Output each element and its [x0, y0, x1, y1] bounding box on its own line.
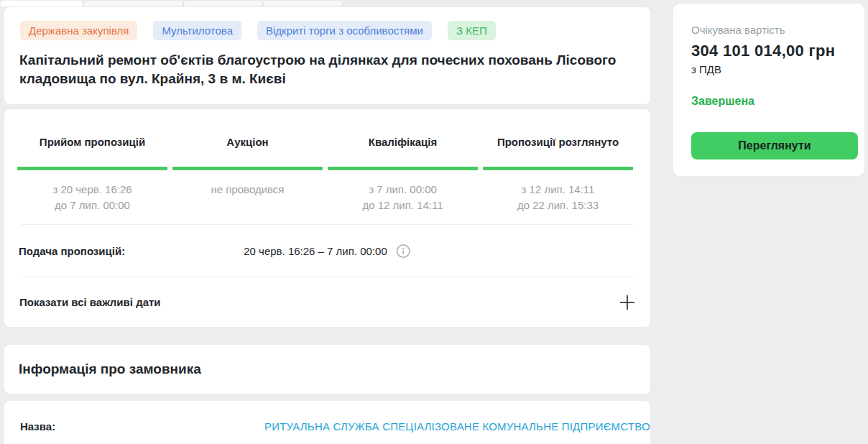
submission-label: Подача пропозицій: [19, 245, 125, 257]
stage-progress-bar [17, 167, 167, 170]
buyer-name-link[interactable]: РИТУАЛЬНА СЛУЖБА СПЕЦІАЛІЗОВАНЕ КОМУНАЛЬ… [264, 420, 650, 444]
expected-value-label: Очікувана вартість [691, 24, 785, 36]
stage-progress-bar [172, 167, 323, 170]
stage-label: Кваліфікація [328, 135, 478, 149]
buyer-info-card: Інформація про замовника [4, 345, 650, 394]
expected-value-amount: 304 101 014,00 грн [691, 42, 835, 60]
badge-kep: З КЕП [448, 21, 496, 40]
buyer-name-card: Назва: РИТУАЛЬНА СЛУЖБА СПЕЦІАЛІЗОВАНЕ К… [4, 401, 650, 444]
tab-stub[interactable] [263, 0, 343, 7]
tab-stub[interactable] [83, 0, 183, 7]
stage-progress-bar [483, 167, 633, 170]
tab-stub[interactable] [183, 0, 263, 7]
badge-multilot: Мультилотова [153, 21, 241, 40]
timeline-stage-proposals: Прийом пропозицій з 20 черв. 16:26 до 7 … [17, 135, 167, 213]
vat-note: з ПДВ [691, 63, 721, 75]
stage-dates: не проводився [172, 182, 323, 198]
stage-date-to: до 12 лип. 14:11 [328, 198, 478, 213]
timeline-stages: Прийом пропозицій з 20 черв. 16:26 до 7 … [4, 109, 650, 213]
buyer-section-title: Інформація про замовника [19, 361, 201, 377]
stage-label: Пропозиції розглянуто [483, 135, 633, 149]
badge-row: Державна закупівля Мультилотова Відкриті… [4, 7, 650, 40]
stage-date-from: з 12 лип. 14:11 [483, 182, 633, 198]
view-button[interactable]: Переглянути [691, 132, 858, 159]
timeline-card: Прийом пропозицій з 20 черв. 16:26 до 7 … [4, 109, 650, 327]
stage-dates: з 12 лип. 14:11 до 22 лип. 15:33 [483, 182, 633, 213]
stage-dates: з 20 черв. 16:26 до 7 лип. 00:00 [17, 182, 167, 213]
tab-stub-active[interactable] [0, 0, 83, 7]
stage-label: Прийом пропозицій [17, 135, 167, 149]
timeline-stage-reviewed: Пропозиції розглянуто з 12 лип. 14:11 до… [483, 135, 633, 213]
show-all-dates-label: Показати всі важливі дати [19, 296, 161, 308]
show-all-dates-toggle[interactable]: Показати всі важливі дати [4, 277, 650, 327]
expected-value-card: Очікувана вартість 304 101 014,00 грн з … [673, 4, 864, 176]
stage-date-to: до 7 лип. 00:00 [17, 198, 167, 213]
plus-icon[interactable] [619, 295, 635, 310]
submission-period: 20 черв. 16:26 – 7 лип. 00:00 [244, 244, 411, 259]
buyer-name-label: Назва: [20, 420, 264, 444]
submission-row: Подача пропозицій: 20 черв. 16:26 – 7 ли… [4, 225, 650, 277]
stage-progress-bar [328, 167, 478, 170]
stage-date-to: до 22 лип. 15:33 [483, 198, 633, 213]
timeline-stage-auction: Аукціон не проводився [172, 135, 323, 213]
status-badge: Завершена [691, 95, 754, 108]
stage-date-from: не проводився [172, 182, 323, 198]
stage-date-from: з 7 лип. 00:00 [328, 182, 478, 198]
info-icon[interactable] [396, 244, 411, 259]
tender-header-card: Державна закупівля Мультилотова Відкриті… [4, 7, 650, 104]
badge-state-procurement: Державна закупівля [20, 21, 137, 40]
stage-label: Аукціон [172, 135, 323, 149]
stage-dates: з 7 лип. 00:00 до 12 лип. 14:11 [328, 182, 478, 213]
submission-period-value: 20 черв. 16:26 – 7 лип. 00:00 [244, 245, 387, 257]
timeline-stage-qualification: Кваліфікація з 7 лип. 00:00 до 12 лип. 1… [328, 135, 478, 213]
tender-title: Капітальний ремонт об'єктів благоустрою … [19, 51, 630, 88]
stage-date-from: з 20 черв. 16:26 [17, 182, 167, 198]
badge-open-tender-with-features: Відкриті торги з особливостями [257, 21, 432, 40]
